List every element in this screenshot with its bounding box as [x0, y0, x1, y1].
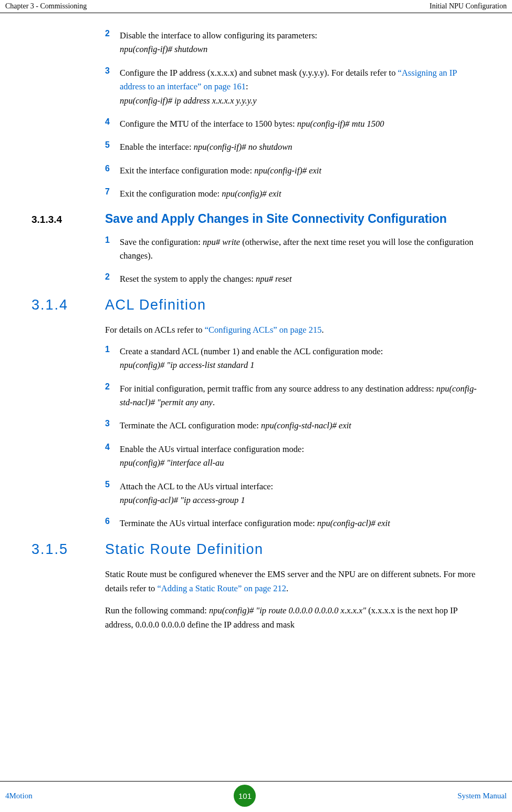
step-text: Terminate the AUs virtual interface conf… — [120, 517, 390, 530]
section-number: 3.1.4 — [32, 297, 105, 313]
step-item: 4 Configure the MTU of the interface to … — [60, 117, 480, 131]
step-body: For initial configuration, permit traffi… — [120, 384, 436, 394]
step-command: npu(config-if)# ip address x.x.x.x y.y.y… — [120, 96, 257, 106]
step-text: Reset the system to apply the changes: n… — [120, 272, 292, 286]
step-body: Configure the MTU of the interface to 15… — [120, 119, 297, 129]
step-item: 5 Enable the interface: npu(config-if)# … — [60, 140, 480, 154]
step-body: Enable the AUs virtual interface configu… — [120, 444, 304, 454]
step-item: 4 Enable the AUs virtual interface confi… — [60, 443, 480, 470]
step-text: Exit the configuration mode: npu(config)… — [120, 187, 281, 201]
step-number: 7 — [105, 187, 120, 201]
step-number: 1 — [105, 235, 120, 263]
step-command: npu(config-if)# no shutdown — [194, 142, 292, 152]
step-text: Configure the MTU of the interface to 15… — [120, 117, 384, 131]
step-text: Terminate the ACL configuration mode: np… — [120, 419, 351, 433]
step-body-after: . — [213, 397, 215, 407]
step-text: Disable the interface to allow configuri… — [120, 29, 317, 57]
step-body-after: : — [246, 81, 248, 91]
step-item: 3 Configure the IP address (x.x.x.x) and… — [60, 66, 480, 108]
step-number: 3 — [105, 66, 120, 108]
step-text: Enable the AUs virtual interface configu… — [120, 443, 304, 470]
step-item: 2 For initial configuration, permit traf… — [60, 382, 480, 410]
step-number: 2 — [105, 382, 120, 410]
step-number: 6 — [105, 164, 120, 178]
section-title: Save and Apply Changes in Site Connectiv… — [105, 212, 447, 226]
steps-group-a: 2 Disable the interface to allow configu… — [32, 29, 480, 201]
step-text: Save the configuration: npu# write (othe… — [120, 235, 480, 263]
paragraph: For details on ACLs refer to “Configurin… — [32, 323, 480, 337]
step-body: Exit the interface configuration mode: — [120, 166, 254, 176]
step-text: Attach the ACL to the AUs virtual interf… — [120, 480, 273, 508]
step-item: 3 Terminate the ACL configuration mode: … — [60, 419, 480, 433]
step-body: Configure the IP address (x.x.x.x) and s… — [120, 68, 398, 78]
section-heading-3134: 3.1.3.4 Save and Apply Changes in Site C… — [32, 212, 480, 226]
step-item: 2 Disable the interface to allow configu… — [60, 29, 480, 57]
step-body: Exit the configuration mode: — [120, 189, 222, 199]
page-number-badge: 101 — [234, 785, 256, 807]
step-number: 5 — [105, 480, 120, 508]
cross-reference-link[interactable]: “Configuring ACLs” on page 215 — [205, 325, 322, 335]
step-number: 4 — [105, 443, 120, 470]
header-left: Chapter 3 - Commissioning — [5, 2, 87, 11]
footer-left: 4Motion — [5, 792, 33, 800]
footer-right: System Manual — [457, 792, 507, 800]
step-body: Disable the interface to allow configuri… — [120, 30, 317, 40]
step-number: 4 — [105, 117, 120, 131]
step-command: npu(config)# "interface all-au — [120, 458, 224, 468]
step-body: Terminate the AUs virtual interface conf… — [120, 518, 317, 528]
section-number: 3.1.5 — [32, 541, 105, 558]
step-command: npu(config)# exit — [222, 189, 281, 199]
page-header: Chapter 3 - Commissioning Initial NPU Co… — [0, 0, 512, 13]
step-item: 1 Create a standard ACL (number 1) and e… — [60, 345, 480, 373]
paragraph: Run the following command: npu(config)# … — [32, 603, 480, 632]
para-text-after: . — [286, 583, 288, 593]
step-item: 1 Save the configuration: npu# write (ot… — [60, 235, 480, 263]
steps-group-c: 1 Create a standard ACL (number 1) and e… — [32, 345, 480, 531]
step-item: 2 Reset the system to apply the changes:… — [60, 272, 480, 286]
step-command: npu(config-if)# shutdown — [120, 44, 207, 54]
step-number: 1 — [105, 345, 120, 373]
page-footer: 4Motion 101 System Manual — [0, 781, 512, 807]
section-heading-314: 3.1.4 ACL Definition — [32, 297, 480, 313]
step-text: Configure the IP address (x.x.x.x) and s… — [120, 66, 480, 108]
section-title: ACL Definition — [105, 297, 206, 313]
step-body: Reset the system to apply the changes: — [120, 274, 256, 284]
step-text: For initial configuration, permit traffi… — [120, 382, 480, 410]
step-body: Enable the interface: — [120, 142, 194, 152]
section-heading-315: 3.1.5 Static Route Definition — [32, 541, 480, 558]
cross-reference-link[interactable]: “Adding a Static Route” on page 212 — [157, 583, 286, 593]
step-command: npu(config-acl)# exit — [317, 518, 390, 528]
step-number: 2 — [105, 272, 120, 286]
para-text-after: . — [321, 325, 323, 335]
footer-inner: 4Motion 101 System Manual — [5, 782, 507, 807]
step-command: npu(config-if)# exit — [254, 166, 321, 176]
step-body: Create a standard ACL (number 1) and ena… — [120, 346, 383, 356]
step-item: 5 Attach the ACL to the AUs virtual inte… — [60, 480, 480, 508]
step-number: 6 — [105, 517, 120, 530]
step-text: Enable the interface: npu(config-if)# no… — [120, 140, 292, 154]
step-command: npu(config-std-nacl)# exit — [261, 420, 351, 430]
step-text: Exit the interface configuration mode: n… — [120, 164, 321, 178]
paragraph: Static Route must be configured whenever… — [32, 567, 480, 595]
step-number: 5 — [105, 140, 120, 154]
steps-group-b: 1 Save the configuration: npu# write (ot… — [32, 235, 480, 286]
step-number: 3 — [105, 419, 120, 433]
step-item: 6 Exit the interface configuration mode:… — [60, 164, 480, 178]
step-body: Save the configuration: — [120, 237, 203, 247]
step-command: npu(config-acl)# "ip access-group 1 — [120, 495, 245, 505]
page-content: 2 Disable the interface to allow configu… — [0, 13, 512, 632]
step-command: npu# write — [203, 237, 240, 247]
step-command: npu(config)# "ip route 0.0.0.0 0.0.0.0 x… — [209, 605, 366, 615]
step-body: Terminate the ACL configuration mode: — [120, 420, 261, 430]
step-command: npu(config-if)# mtu 1500 — [297, 119, 384, 129]
para-text: Run the following command: — [105, 605, 209, 615]
step-number: 2 — [105, 29, 120, 57]
section-title: Static Route Definition — [105, 541, 264, 558]
step-command: npu# reset — [256, 274, 292, 284]
header-right: Initial NPU Configuration — [430, 2, 507, 11]
section-number: 3.1.3.4 — [32, 214, 105, 225]
para-text: For details on ACLs refer to — [105, 325, 205, 335]
step-item: 7 Exit the configuration mode: npu(confi… — [60, 187, 480, 201]
step-item: 6 Terminate the AUs virtual interface co… — [60, 517, 480, 530]
step-text: Create a standard ACL (number 1) and ena… — [120, 345, 383, 373]
